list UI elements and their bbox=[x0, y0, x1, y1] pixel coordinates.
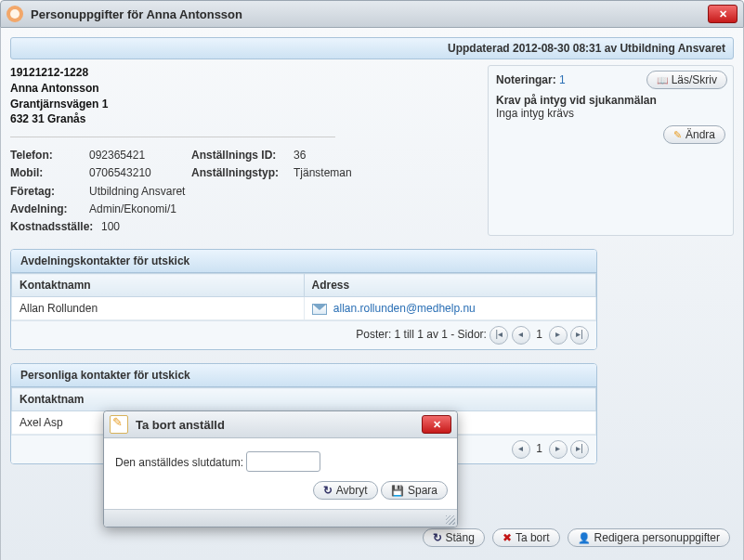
contact-addr-cell: allan.rollunden@medhelp.nu bbox=[304, 297, 596, 320]
contact-email-link[interactable]: allan.rollunden@medhelp.nu bbox=[333, 302, 476, 315]
undo-icon bbox=[323, 484, 333, 497]
telefon-label: Telefon: bbox=[10, 147, 89, 164]
dialog-titlebar: Ta bort anställd ✕ bbox=[104, 411, 457, 438]
pager-next-button[interactable]: ▸ bbox=[549, 326, 568, 345]
mobil-value: 0706543210 bbox=[89, 164, 191, 182]
x-icon bbox=[503, 531, 512, 544]
foretag-value: Utbildning Ansvaret bbox=[89, 183, 185, 201]
edit-person-button[interactable]: Redigera personuppgifter bbox=[568, 528, 730, 547]
avdelning-label: Avdelning: bbox=[10, 201, 89, 218]
refresh-icon bbox=[433, 531, 442, 544]
dept-contacts-title: Avdelningskontakter för utskick bbox=[11, 250, 596, 273]
window-title: Personuppgifter för Anna Antonsson bbox=[31, 7, 708, 21]
dialog-close-button[interactable]: ✕ bbox=[422, 415, 451, 434]
end-date-label: Den anställdes slutdatum: bbox=[115, 456, 243, 469]
disk-icon bbox=[391, 484, 404, 497]
change-button[interactable]: Ändra bbox=[663, 125, 725, 144]
remove-employee-dialog: Ta bort anställd ✕ Den anställdes slutda… bbox=[103, 410, 458, 527]
anst-id-label: Anställnings ID: bbox=[191, 147, 294, 164]
col-kontaktnamn-2: Kontaktnam bbox=[12, 388, 596, 411]
contact-name-cell: Allan Rollunden bbox=[12, 297, 305, 320]
dept-contacts-panel: Avdelningskontakter för utskick Kontaktn… bbox=[10, 249, 597, 350]
pager-prev-button[interactable]: ◂ bbox=[512, 440, 530, 459]
updated-bar: Uppdaterad 2012-08-30 08:31 av Utbildnin… bbox=[10, 37, 734, 59]
window-close-button[interactable]: ✕ bbox=[708, 5, 737, 23]
foretag-label: Företag: bbox=[10, 183, 89, 201]
anst-id-value: 36 bbox=[294, 147, 306, 164]
krav-label: Krav på intyg vid sjukanmälan bbox=[496, 94, 725, 107]
mobil-label: Mobil: bbox=[10, 164, 89, 182]
person-info-block: 19121212-1228 Anna Antonsson Grantjärnsv… bbox=[10, 65, 488, 236]
remove-button[interactable]: Ta bort bbox=[492, 528, 560, 547]
dialog-resize-grip[interactable] bbox=[104, 509, 457, 527]
person-street: Grantjärnsvägen 1 bbox=[10, 98, 108, 111]
table-row[interactable]: Allan Rollunden allan.rollunden@medhelp.… bbox=[12, 297, 596, 320]
pager-text: Poster: 1 till 1 av 1 - Sidor: bbox=[356, 328, 487, 341]
anst-typ-label: Anställningstyp: bbox=[191, 164, 294, 182]
telefon-value: 092365421 bbox=[89, 147, 191, 164]
person-postal: 632 31 Granås bbox=[10, 112, 85, 125]
end-date-input[interactable] bbox=[246, 451, 320, 472]
pager-first-button[interactable]: |◂ bbox=[489, 326, 508, 345]
pager-page: 1 bbox=[536, 328, 542, 341]
pager-prev-button[interactable]: ◂ bbox=[512, 326, 530, 345]
close-button[interactable]: Stäng bbox=[423, 528, 485, 547]
pencil-icon bbox=[673, 128, 682, 141]
footer-buttons: Stäng Ta bort Redigera personuppgifter bbox=[423, 528, 730, 547]
pager-last-button[interactable]: ▸| bbox=[570, 326, 589, 345]
person-ssn: 19121212-1228 bbox=[10, 66, 88, 79]
book-icon bbox=[657, 73, 668, 86]
col-adress: Adress bbox=[304, 274, 596, 297]
person-icon bbox=[578, 531, 591, 544]
mail-icon bbox=[312, 304, 327, 315]
person-name: Anna Antonsson bbox=[10, 82, 99, 95]
dialog-title: Ta bort anställd bbox=[136, 418, 422, 432]
anst-typ-value: Tjänsteman bbox=[294, 164, 352, 182]
notes-panel: Läs/Skriv Noteringar: 1 Krav på intyg vi… bbox=[488, 65, 734, 236]
kostnad-label: Kostnadsställe: bbox=[10, 218, 101, 236]
kostnad-value: 100 bbox=[101, 218, 120, 236]
dialog-cancel-button[interactable]: Avbryt bbox=[313, 481, 378, 500]
read-write-button[interactable]: Läs/Skriv bbox=[646, 71, 727, 89]
personal-contacts-title: Personliga kontakter för utskick bbox=[11, 364, 596, 387]
person-avatar-icon bbox=[7, 6, 23, 22]
pager-last-button[interactable]: ▸| bbox=[570, 440, 589, 459]
pager-page-2: 1 bbox=[536, 442, 542, 455]
noteringar-label: Noteringar: bbox=[496, 73, 556, 86]
window-body: Uppdaterad 2012-08-30 08:31 av Utbildnin… bbox=[0, 28, 744, 560]
krav-value: Inga intyg krävs bbox=[496, 107, 725, 120]
noteringar-count-link[interactable]: 1 bbox=[559, 73, 566, 86]
dept-pager: Poster: 1 till 1 av 1 - Sidor: |◂ ◂ 1 ▸ … bbox=[11, 320, 596, 349]
pager-next-button[interactable]: ▸ bbox=[549, 440, 568, 459]
dialog-save-button[interactable]: Spara bbox=[381, 481, 448, 500]
main-window: Personuppgifter för Anna Antonsson ✕ Upp… bbox=[0, 0, 744, 560]
edit-note-icon bbox=[110, 415, 128, 434]
divider bbox=[10, 137, 335, 137]
avdelning-value: Admin/Ekonomi/1 bbox=[89, 201, 176, 218]
col-kontaktnamn: Kontaktnamn bbox=[12, 274, 305, 297]
window-titlebar: Personuppgifter för Anna Antonsson ✕ bbox=[0, 0, 744, 28]
